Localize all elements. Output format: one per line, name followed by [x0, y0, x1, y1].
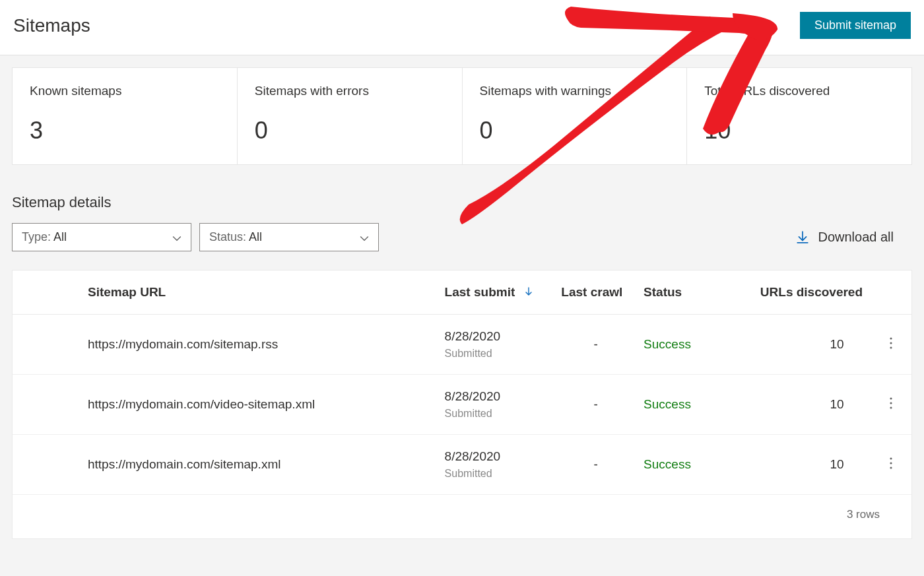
card-label: Sitemaps with errors: [255, 84, 445, 98]
col-header-discovered[interactable]: URLs discovered: [754, 271, 871, 315]
card-total-urls: Total URLs discovered 10: [687, 67, 912, 165]
dropdown-text: Type: All: [22, 230, 67, 244]
summary-cards: Known sitemaps 3 Sitemaps with errors 0 …: [12, 67, 912, 165]
cell-last-crawl: -: [554, 375, 637, 435]
header-bar: Sitemaps Submit sitemap: [0, 0, 924, 55]
row-actions-menu-icon[interactable]: [884, 397, 898, 412]
row-count: 3 rows: [13, 495, 911, 539]
cell-url: https://mydomain.com/sitemap.xml: [81, 435, 438, 495]
table-row[interactable]: https://mydomain.com/sitemap.xml 8/28/20…: [13, 435, 911, 495]
col-header-status[interactable]: Status: [637, 271, 754, 315]
col-header-url[interactable]: Sitemap URL: [81, 271, 438, 315]
svg-point-8: [890, 466, 892, 468]
svg-point-2: [890, 346, 892, 348]
col-header-last-crawl[interactable]: Last crawl: [554, 271, 637, 315]
download-icon: [797, 231, 808, 244]
row-actions-menu-icon[interactable]: [884, 337, 898, 352]
cell-discovered: 10: [754, 435, 871, 495]
page-title: Sitemaps: [13, 15, 90, 36]
svg-point-1: [890, 342, 892, 344]
cell-last-submit: 8/28/2020 Submitted: [438, 375, 555, 435]
svg-point-3: [890, 397, 892, 399]
submit-sitemap-button[interactable]: Submit sitemap: [800, 12, 911, 39]
table-footer: 3 rows: [13, 495, 911, 539]
download-all-label: Download all: [818, 230, 894, 245]
svg-point-6: [890, 457, 892, 459]
sort-descending-icon: [525, 285, 533, 300]
cell-status: Success: [637, 435, 754, 495]
filters-row: Type: All Status: All Download all: [12, 223, 912, 251]
table-row[interactable]: https://mydomain.com/sitemap.rss 8/28/20…: [13, 315, 911, 375]
cell-url: https://mydomain.com/video-sitemap.xml: [81, 375, 438, 435]
table-header-row: Sitemap URL Last submit Last crawl Statu…: [13, 271, 911, 315]
row-actions-menu-icon[interactable]: [884, 457, 898, 472]
card-value: 3: [30, 117, 220, 144]
dropdown-text: Status: All: [209, 230, 262, 244]
card-known-sitemaps: Known sitemaps 3: [12, 67, 238, 165]
cell-discovered: 10: [754, 375, 871, 435]
card-label: Known sitemaps: [30, 84, 220, 98]
cell-status: Success: [637, 315, 754, 375]
cell-url: https://mydomain.com/sitemap.rss: [81, 315, 438, 375]
card-value: 0: [480, 117, 670, 144]
cell-last-submit: 8/28/2020 Submitted: [438, 315, 555, 375]
filter-status-dropdown[interactable]: Status: All: [199, 223, 379, 251]
table-row[interactable]: https://mydomain.com/video-sitemap.xml 8…: [13, 375, 911, 435]
svg-point-0: [890, 337, 892, 339]
card-label: Total URLs discovered: [704, 84, 894, 98]
download-all-button[interactable]: Download all: [797, 230, 894, 245]
cell-status: Success: [637, 375, 754, 435]
cell-discovered: 10: [754, 315, 871, 375]
svg-point-5: [890, 406, 892, 408]
card-value: 10: [704, 117, 894, 144]
col-header-last-submit[interactable]: Last submit: [438, 271, 555, 315]
card-value: 0: [255, 117, 445, 144]
card-sitemaps-errors: Sitemaps with errors 0: [238, 67, 463, 165]
card-sitemaps-warnings: Sitemaps with warnings 0: [463, 67, 688, 165]
filter-type-dropdown[interactable]: Type: All: [12, 223, 191, 251]
section-title: Sitemap details: [12, 194, 912, 211]
cell-last-crawl: -: [554, 435, 637, 495]
sitemap-details-section: Sitemap details Type: All Status: All Do…: [12, 194, 912, 251]
svg-point-4: [890, 402, 892, 404]
svg-point-7: [890, 462, 892, 464]
chevron-down-icon: [172, 233, 182, 242]
cell-last-submit: 8/28/2020 Submitted: [438, 435, 555, 495]
card-label: Sitemaps with warnings: [480, 84, 670, 98]
sitemap-table: Sitemap URL Last submit Last crawl Statu…: [12, 270, 912, 539]
chevron-down-icon: [360, 233, 369, 242]
cell-last-crawl: -: [554, 315, 637, 375]
